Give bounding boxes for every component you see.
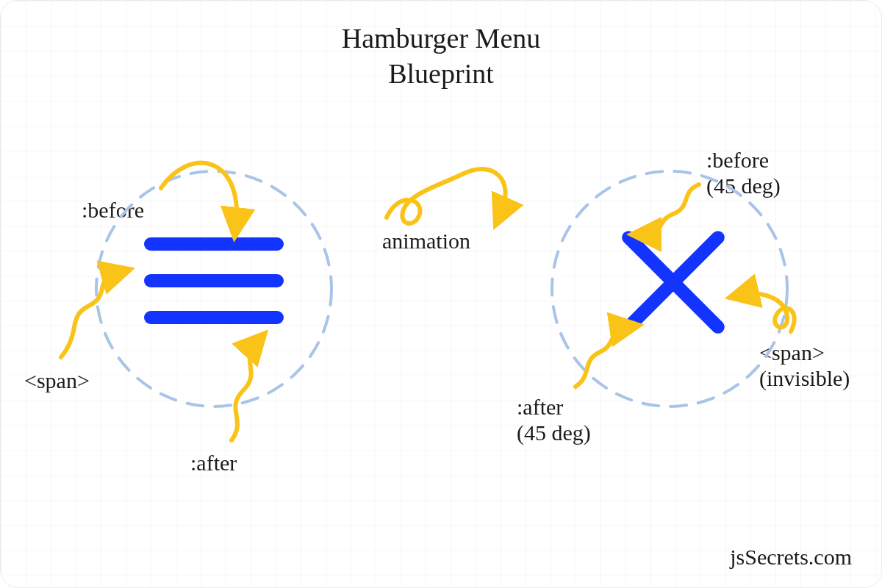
label-span-left: <span> xyxy=(24,368,90,394)
label-after-right: :after (45 deg) xyxy=(517,395,591,445)
hamburger-bar-before xyxy=(144,237,284,251)
label-animation: animation xyxy=(382,229,470,254)
title-line1: Hamburger Menu xyxy=(342,23,541,54)
label-before-right-l1: :before xyxy=(706,148,769,172)
page-title: Hamburger Menu Blueprint xyxy=(1,21,881,91)
arrow-after-left xyxy=(232,343,257,440)
title-line2: Blueprint xyxy=(388,58,494,89)
label-after-right-l1: :after xyxy=(517,395,563,419)
diagram-card: Hamburger Menu Blueprint :before <span> … xyxy=(0,0,882,588)
hamburger-bar-span xyxy=(144,274,284,287)
arrow-span-right xyxy=(742,294,795,331)
arrow-animation xyxy=(387,169,506,223)
arrow-span-left xyxy=(61,273,118,357)
label-after-right-l2: (45 deg) xyxy=(517,420,591,445)
label-before-left: :before xyxy=(82,198,144,223)
label-before-right-l2: (45 deg) xyxy=(706,173,781,198)
label-span-right: <span> (invisible) xyxy=(759,340,850,391)
hamburger-bar-after xyxy=(144,311,284,324)
hamburger-icon xyxy=(144,237,284,340)
label-span-right-l1: <span> xyxy=(759,340,825,365)
brand-label: jsSecrets.com xyxy=(730,545,852,570)
arrow-before-left xyxy=(161,163,237,225)
label-span-right-l2: (invisible) xyxy=(759,366,850,390)
label-after-left: :after xyxy=(190,451,237,476)
label-before-right: :before (45 deg) xyxy=(706,148,781,198)
close-icon xyxy=(611,223,728,340)
